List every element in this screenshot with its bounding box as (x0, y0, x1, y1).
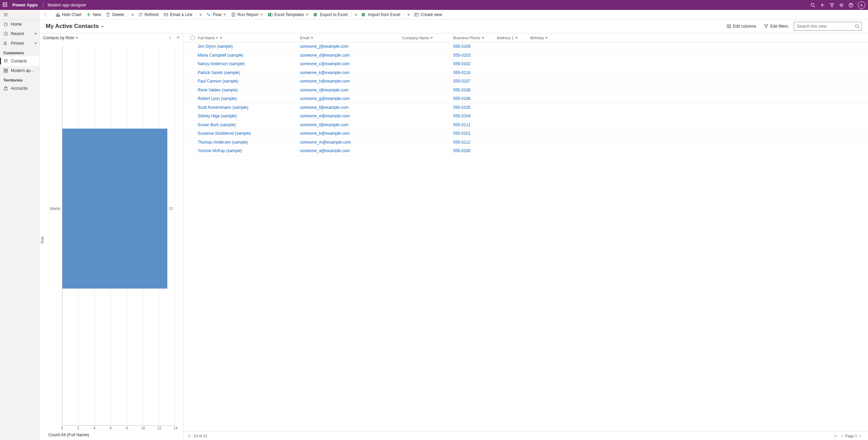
app-launcher-icon[interactable] (3, 2, 8, 8)
table-row[interactable]: Susan Burk (sample)someone_l@example.com… (183, 121, 868, 130)
cell-name[interactable]: Paul Cannon (sample) (198, 79, 238, 84)
cell-phone[interactable]: 555-0108 (453, 88, 471, 92)
column-header-email[interactable]: Email (300, 36, 402, 40)
cell-email[interactable]: someone_a@example.com (300, 148, 350, 153)
search-input-wrapper[interactable] (794, 22, 862, 31)
cell-name[interactable]: Susanna Stubberod (sample) (198, 131, 251, 136)
table-row[interactable]: Sidney Higa (sample)someone_e@example.co… (183, 112, 868, 121)
cell-name[interactable]: Maria Campbell (sample) (198, 53, 243, 58)
nav-contacts[interactable]: Contacts (0, 56, 39, 66)
cmd-refresh[interactable]: Refresh (136, 11, 161, 19)
cell-email[interactable]: someone_g@example.com (300, 96, 350, 101)
table-row[interactable]: Yvonne McKay (sample)someone_a@example.c… (183, 147, 868, 156)
cmd-delete[interactable]: Delete (104, 11, 126, 19)
table-row[interactable]: Robert Lyon (sample)someone_g@example.co… (183, 94, 868, 103)
cell-email[interactable]: someone_l@example.com (300, 122, 348, 127)
cell-email[interactable]: someone_h@example.com (300, 79, 350, 84)
nav-recent[interactable]: Recent (0, 29, 39, 39)
first-page-button[interactable]: |◂ (834, 434, 837, 438)
search-icon[interactable] (855, 24, 859, 29)
cmd-run-report[interactable]: Run Report (229, 11, 265, 19)
nav-modern-app[interactable]: Modern app designe... (0, 66, 39, 75)
help-icon[interactable] (846, 0, 856, 10)
cmd-create-view[interactable]: Create view (412, 11, 444, 19)
edit-filters-button[interactable]: Edit filters (762, 23, 790, 30)
nav-home[interactable]: Home (0, 19, 39, 29)
cmd-export-dropdown[interactable] (353, 13, 359, 16)
nav-accounts[interactable]: Accounts (0, 84, 39, 93)
search-icon[interactable] (808, 0, 818, 10)
table-row[interactable]: Thomas Andersen (sample)someone_m@exampl… (183, 138, 868, 147)
cmd-flow[interactable]: Flow (204, 11, 228, 19)
cell-name[interactable]: Sidney Higa (sample) (198, 114, 237, 118)
cmd-email-dropdown[interactable] (198, 13, 203, 16)
cell-phone[interactable]: 555-0107 (453, 79, 471, 84)
table-row[interactable]: Scott Konersmann (sample)someone_f@examp… (183, 103, 868, 112)
column-header-fullname[interactable]: Full Name (198, 36, 300, 40)
cell-email[interactable]: someone_m@example.com (300, 140, 351, 145)
cell-name[interactable]: Jim Glynn (sample) (198, 44, 233, 49)
cell-phone[interactable]: 555-0106 (453, 96, 471, 101)
cell-email[interactable]: someone_b@example.com (300, 131, 350, 136)
next-page-button[interactable]: ▸ (859, 434, 861, 438)
cmd-export-excel[interactable]: Export to Excel (311, 11, 350, 19)
cmd-excel-templates[interactable]: Excel Templates (266, 11, 311, 19)
chart-close-button[interactable] (176, 35, 180, 41)
cell-phone[interactable]: 555-0102 (453, 61, 471, 66)
cell-name[interactable]: Yvonne McKay (sample) (198, 148, 242, 153)
cell-email[interactable]: someone_j@example.com (300, 44, 348, 49)
back-button[interactable] (42, 13, 50, 17)
column-header-company[interactable]: Company Name (402, 36, 453, 40)
cmd-import-dropdown[interactable] (406, 13, 411, 16)
nav-pinned[interactable]: Pinned (0, 39, 39, 48)
cell-email[interactable]: someone_c@example.com (300, 61, 350, 66)
cell-phone[interactable]: 555-0110 (453, 70, 471, 75)
cell-email[interactable]: someone_f@example.com (300, 105, 349, 110)
chart-bar[interactable]: (blank)13 (62, 129, 167, 288)
cmd-email-link[interactable]: Email a Link (162, 11, 194, 19)
cell-name[interactable]: Patrick Sands (sample) (198, 70, 240, 75)
table-row[interactable]: Jim Glynn (sample)someone_j@example.com5… (183, 42, 868, 51)
cell-name[interactable]: Thomas Andersen (sample) (198, 140, 248, 145)
cell-email[interactable]: someone_i@example.com (300, 88, 348, 92)
cell-phone[interactable]: 555-0112 (453, 140, 471, 145)
table-row[interactable]: Paul Cannon (sample)someone_h@example.co… (183, 77, 868, 86)
cmd-hide-chart[interactable]: Hide Chart (54, 11, 83, 19)
view-title-dropdown[interactable]: My Active Contacts (46, 23, 104, 30)
cmd-import-excel[interactable]: Import from Excel (360, 11, 402, 19)
cell-email[interactable]: someone_e@example.com (300, 114, 350, 118)
cell-name[interactable]: Robert Lyon (sample) (198, 96, 237, 101)
cell-name[interactable]: Rene Valdes (sample) (198, 88, 238, 92)
table-row[interactable]: Susanna Stubberod (sample)someone_b@exam… (183, 129, 868, 138)
cell-phone[interactable]: 555-0109 (453, 44, 471, 49)
table-row[interactable]: Maria Campbell (sample)someone_d@example… (183, 51, 868, 60)
column-header-address[interactable]: Address 1 (497, 36, 530, 40)
cell-email[interactable]: someone_d@example.com (300, 53, 350, 58)
cmd-delete-dropdown[interactable] (130, 13, 135, 16)
edit-columns-button[interactable]: Edit columns (725, 23, 759, 30)
cell-phone[interactable]: 555-0104 (453, 114, 471, 118)
settings-icon[interactable] (837, 0, 846, 10)
cmd-new[interactable]: New (84, 11, 103, 19)
cell-phone[interactable]: 555-0100 (453, 148, 471, 153)
cell-name[interactable]: Scott Konersmann (sample) (198, 105, 248, 110)
cell-email[interactable]: someone_k@example.com (300, 70, 350, 75)
cell-phone[interactable]: 555-0103 (453, 53, 471, 58)
select-all[interactable] (187, 35, 198, 40)
chart-title-dropdown[interactable]: Contacts by Role (43, 35, 78, 40)
cell-name[interactable]: Susan Burk (sample) (198, 122, 236, 127)
column-header-phone[interactable]: Business Phone (453, 36, 497, 40)
column-header-birthday[interactable]: Birthday (530, 36, 561, 40)
add-icon[interactable] (818, 0, 827, 10)
cell-phone[interactable]: 555-0105 (453, 105, 471, 110)
cell-phone[interactable]: 555-0101 (453, 131, 471, 136)
table-row[interactable]: Rene Valdes (sample)someone_i@example.co… (183, 86, 868, 95)
filter-icon[interactable] (827, 0, 837, 10)
table-row[interactable]: Nancy Anderson (sample)someone_c@example… (183, 60, 868, 69)
user-avatar[interactable]: JL (858, 1, 865, 9)
cell-phone[interactable]: 555-0111 (453, 122, 471, 127)
prev-page-button[interactable]: ◂ (841, 434, 843, 438)
table-row[interactable]: Patrick Sands (sample)someone_k@example.… (183, 69, 868, 77)
nav-collapse-button[interactable] (0, 10, 39, 19)
cell-name[interactable]: Nancy Anderson (sample) (198, 61, 245, 66)
